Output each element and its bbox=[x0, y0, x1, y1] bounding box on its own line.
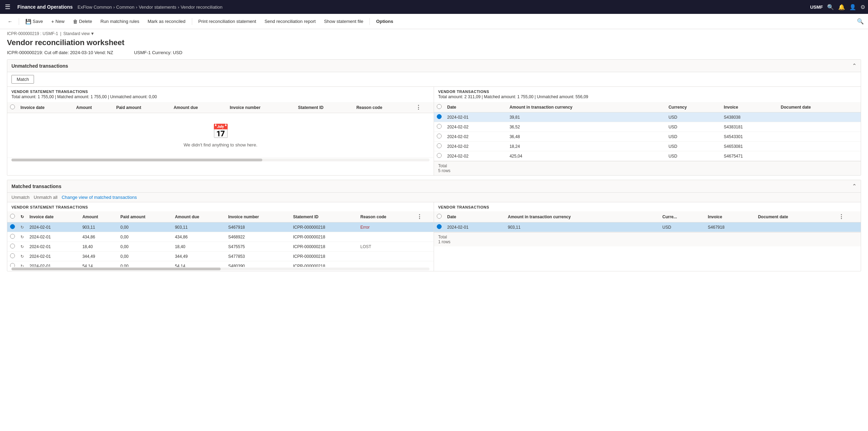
show-statement-button[interactable]: Show statement file bbox=[321, 17, 367, 25]
breadcrumb-sep-1: › bbox=[113, 5, 114, 10]
matched-stmt-refresh-3: ↻ bbox=[20, 254, 24, 259]
unmatched-vendor-amount-4: 425,04 bbox=[507, 151, 666, 161]
unmatched-vendor-radio-1[interactable] bbox=[437, 124, 442, 129]
send-button[interactable]: Send reconciliation report bbox=[261, 17, 319, 25]
unmatched-vendor-row[interactable]: 2024-02-01 39,81 USD S438038 bbox=[434, 112, 861, 122]
breadcrumb-exflow[interactable]: ExFlow Common bbox=[77, 5, 112, 10]
unmatched-vendor-col-currency: Currency bbox=[666, 102, 721, 112]
reason-badge-lost-2: LOST bbox=[360, 244, 371, 249]
matched-stmt-row[interactable]: ↻ 2024-02-01 903,11 0,00 903,11 S467918 … bbox=[7, 222, 434, 232]
unmatched-statement-totals: Total amount: 1 755,00 | Matched amount:… bbox=[11, 94, 429, 99]
unmatched-vendor-col-invoice: Invoice bbox=[721, 102, 778, 112]
unmatched-vendor-currency-3: USD bbox=[666, 142, 721, 151]
view-selector[interactable]: Standard view ▼ bbox=[63, 31, 95, 36]
matched-stmt-reason-4 bbox=[358, 261, 414, 267]
unmatched-vendor-radio-0[interactable] bbox=[437, 114, 442, 119]
unmatched-vendor-amount-2: 36,48 bbox=[507, 132, 666, 142]
unmatched-vendor-row[interactable]: 2024-02-02 18,24 USD S4653081 bbox=[434, 142, 861, 151]
unmatched-statement-scroll[interactable]: Invoice date Amount Paid amount Amount d… bbox=[7, 102, 434, 158]
unmatched-stmt-empty-row: 📅 We didn't find anything to show here. bbox=[7, 113, 434, 158]
matched-stmt-more-icon[interactable]: ⋮ bbox=[417, 214, 422, 220]
matched-vendor-radio-0[interactable] bbox=[437, 224, 442, 229]
matched-stmt-row[interactable]: ↻ 2024-02-01 54,14 0,00 54,14 S480390 IC… bbox=[7, 261, 434, 267]
unmatched-vendor-amount-0: 39,81 bbox=[507, 112, 666, 122]
unmatched-vendor-date-0: 2024-02-01 bbox=[444, 112, 507, 122]
unmatched-vendor-select-all[interactable] bbox=[437, 104, 442, 109]
matched-vendor-scroll[interactable]: Date Amount in transaction currency Curr… bbox=[434, 211, 861, 232]
breadcrumb-vendor-statements[interactable]: Vendor statements bbox=[139, 5, 176, 10]
matched-vendor-select-all[interactable] bbox=[437, 214, 442, 219]
unmatched-vendor-invoice-2: S4543301 bbox=[721, 132, 778, 142]
matched-stmt-row[interactable]: ↻ 2024-02-01 18,40 0,00 18,40 S475575 IC… bbox=[7, 242, 434, 252]
matched-stmt-scrollbar[interactable] bbox=[11, 268, 429, 270]
matched-vendor-docdate-0 bbox=[755, 222, 836, 232]
person-icon[interactable]: 👤 bbox=[849, 4, 856, 10]
matched-stmt-paid-2: 0,00 bbox=[118, 242, 172, 252]
mark-reconciled-button[interactable]: Mark as reconciled bbox=[144, 17, 189, 25]
matched-stmt-radio-3[interactable] bbox=[10, 253, 15, 258]
bell-icon[interactable]: 🔔 bbox=[838, 4, 845, 10]
matched-section-header[interactable]: Matched transactions ⌃ bbox=[7, 180, 861, 193]
unmatched-vendor-docdate-2 bbox=[778, 132, 861, 142]
unmatched-vendor-rows-count: 5 rows bbox=[438, 168, 857, 173]
matched-stmt-col-check bbox=[7, 211, 18, 222]
unmatched-vendor-radio-2[interactable] bbox=[437, 134, 442, 138]
subtitle-right: USMF-1 Currency: USD bbox=[134, 50, 182, 55]
new-button[interactable]: + New bbox=[48, 17, 68, 26]
unmatched-vendor-date-1: 2024-02-02 bbox=[444, 122, 507, 132]
breadcrumb-vendor-reconciliation[interactable]: Vendor reconciliation bbox=[181, 5, 223, 10]
unmatch-all-link[interactable]: Unmatch all bbox=[34, 195, 58, 200]
matched-stmt-radio-1[interactable] bbox=[10, 234, 15, 239]
matched-vendor-col-check bbox=[434, 211, 444, 222]
unmatched-vendor-totals: Total amount: 2 311,09 | Matched amount:… bbox=[438, 94, 857, 99]
unmatched-vendor-amount-1: 36,52 bbox=[507, 122, 666, 132]
matched-vendor-total-label: Total bbox=[438, 235, 857, 239]
unmatched-vendor-scroll[interactable]: Date Amount in transaction currency Curr… bbox=[434, 102, 861, 161]
unmatched-stmt-col-check bbox=[7, 102, 18, 113]
unmatched-section-header[interactable]: Unmatched transactions ⌃ bbox=[7, 60, 861, 72]
matched-vendor-row[interactable]: 2024-02-01 903,11 USD S467918 bbox=[434, 222, 861, 232]
matched-stmt-reason-2: LOST bbox=[358, 242, 414, 252]
unmatched-vendor-currency-0: USD bbox=[666, 112, 721, 122]
save-button[interactable]: 💾 Save bbox=[22, 17, 46, 26]
unmatched-stmt-scrollbar[interactable] bbox=[11, 159, 429, 161]
breadcrumb-common[interactable]: Common bbox=[116, 5, 135, 10]
unmatched-vendor-col-date: Date bbox=[444, 102, 507, 112]
back-button[interactable]: ← bbox=[4, 17, 16, 26]
matched-stmt-radio-4[interactable] bbox=[10, 263, 15, 267]
settings-icon[interactable]: ⚙ bbox=[860, 4, 865, 10]
unmatched-vendor-radio-3[interactable] bbox=[437, 143, 442, 148]
matched-statement-scroll[interactable]: ↻ Invoice date Amount Paid amount Amount… bbox=[7, 211, 434, 267]
view-chevron-icon: ▼ bbox=[91, 31, 95, 36]
matched-stmt-radio-2[interactable] bbox=[10, 244, 15, 248]
matched-stmt-col-invoice: Invoice number bbox=[225, 211, 290, 222]
matched-stmt-col-statement: Statement ID bbox=[290, 211, 358, 222]
options-button[interactable]: Options bbox=[373, 17, 397, 25]
matched-stmt-row[interactable]: ↻ 2024-02-01 344,49 0,00 344,49 S477853 … bbox=[7, 252, 434, 261]
matched-stmt-radio-0[interactable] bbox=[10, 224, 15, 229]
matched-statement-table: ↻ Invoice date Amount Paid amount Amount… bbox=[7, 211, 434, 267]
unmatch-link[interactable]: Unmatch bbox=[11, 195, 29, 200]
hamburger-icon[interactable]: ☰ bbox=[3, 2, 12, 12]
match-button[interactable]: Match bbox=[11, 75, 34, 84]
unmatched-vendor-date-4: 2024-02-02 bbox=[444, 151, 507, 161]
unmatched-vendor-row[interactable]: 2024-02-02 425,04 USD S4675471 bbox=[434, 151, 861, 161]
search-icon[interactable]: 🔍 bbox=[827, 4, 834, 10]
unmatched-statement-header: VENDOR STATEMENT TRANSACTIONS Total amou… bbox=[7, 87, 434, 102]
matched-stmt-select-all[interactable] bbox=[10, 214, 15, 219]
toolbar-search-icon[interactable]: 🔍 bbox=[857, 18, 864, 24]
run-matching-button[interactable]: Run matching rules bbox=[97, 17, 143, 25]
unmatched-vendor-radio-4[interactable] bbox=[437, 153, 442, 158]
unmatched-vendor-docdate-1 bbox=[778, 122, 861, 132]
unmatched-stmt-select-all[interactable] bbox=[10, 104, 15, 109]
unmatched-stmt-more-icon[interactable]: ⋮ bbox=[416, 104, 421, 110]
print-button[interactable]: Print reconciliation statement bbox=[195, 17, 260, 25]
delete-button[interactable]: 🗑 Delete bbox=[69, 17, 96, 26]
toolbar-divider-3 bbox=[369, 18, 370, 25]
matched-vendor-more-icon[interactable]: ⋮ bbox=[839, 214, 844, 220]
matched-stmt-row[interactable]: ↻ 2024-02-01 434,86 0,00 434,86 S468922 … bbox=[7, 232, 434, 242]
unmatched-vendor-row[interactable]: 2024-02-02 36,48 USD S4543301 bbox=[434, 132, 861, 142]
change-view-link[interactable]: Change view of matched transactions bbox=[62, 195, 137, 200]
unmatched-vendor-row[interactable]: 2024-02-02 36,52 USD S4383181 bbox=[434, 122, 861, 132]
matched-stmt-col-refresh: ↻ bbox=[18, 211, 27, 222]
